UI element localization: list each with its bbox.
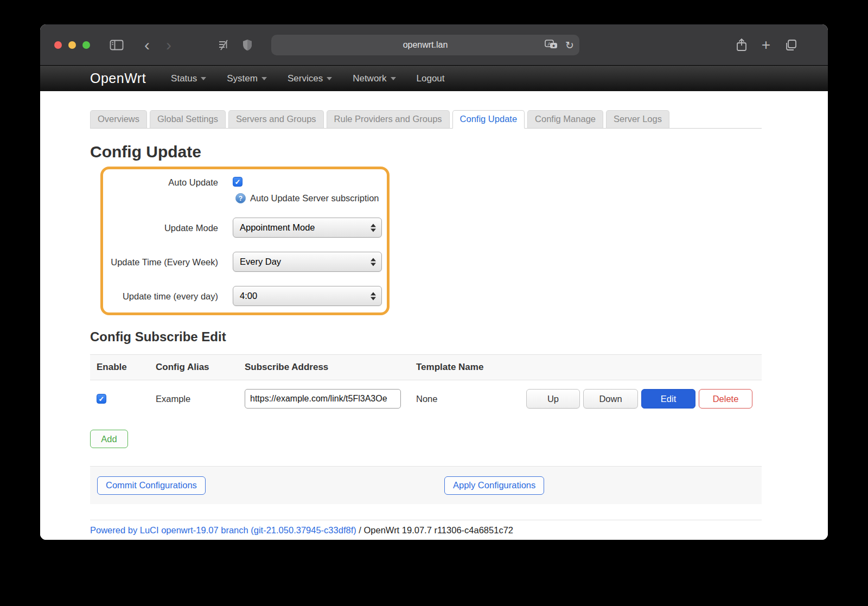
address-bar[interactable]: openwrt.lan A ★ ↻ [271, 35, 579, 55]
help-icon: ? [235, 193, 246, 203]
subscribe-table: Enable Config Alias Subscribe Address Te… [90, 354, 762, 417]
column-header-subscribe-address: Subscribe Address [245, 362, 416, 373]
row-template-name: None [416, 394, 526, 404]
update-time-day-label: Update time (every day) [103, 291, 218, 302]
tabs-icon [784, 39, 797, 52]
reload-button[interactable]: ↻ [565, 39, 574, 52]
commit-configurations-button[interactable]: Commit Configurations [97, 476, 206, 495]
row-config-alias: Example [156, 394, 245, 404]
page-format-button[interactable] [217, 39, 230, 51]
minimize-window-button[interactable] [68, 41, 76, 49]
page-format-icon [217, 39, 230, 51]
table-header-row: Enable Config Alias Subscribe Address Te… [90, 354, 762, 380]
update-time-week-label: Update Time (Every Week) [103, 257, 218, 267]
reload-icon: ↻ [565, 40, 574, 51]
forward-button[interactable]: › [166, 37, 171, 53]
browser-window: ‹ › openwrt.lan [40, 24, 828, 540]
chevron-down-icon [261, 77, 267, 80]
section-title-config-subscribe-edit: Config Subscribe Edit [90, 329, 762, 345]
chevron-right-icon: › [166, 37, 171, 53]
translate-icon: A ★ [545, 40, 559, 50]
footer-version-text: / OpenWrt 19.07.7 r11306-c4a6851c72 [356, 525, 513, 535]
traffic-lights [54, 41, 90, 49]
update-time-week-select[interactable]: Every Day [233, 252, 382, 272]
tab-config-manage[interactable]: Config Manage [527, 110, 603, 129]
nav-item-system[interactable]: System [227, 73, 267, 84]
shield-icon [242, 39, 253, 52]
column-header-config-alias: Config Alias [156, 362, 245, 373]
chevron-left-icon: ‹ [144, 37, 150, 53]
sidebar-icon [110, 39, 124, 51]
page-actions-bar: Commit Configurations Apply Configuratio… [90, 466, 762, 504]
chevron-down-icon [201, 77, 206, 80]
tab-rule-providers-and-groups[interactable]: Rule Providers and Groups [327, 110, 450, 129]
down-button[interactable]: Down [583, 389, 638, 409]
update-mode-select[interactable]: Appointment Mode [233, 218, 382, 238]
new-tab-button[interactable]: + [762, 37, 770, 53]
nav-item-network[interactable]: Network [353, 73, 395, 84]
edit-button[interactable]: Edit [641, 389, 695, 409]
subscribe-address-input[interactable] [245, 389, 401, 409]
tab-bar: Overviews Global Settings Servers and Gr… [90, 91, 762, 129]
browser-chrome: ‹ › openwrt.lan [40, 24, 828, 66]
page-title: Config Update [90, 143, 762, 161]
translate-button[interactable]: A ★ [545, 40, 559, 50]
site-navbar: OpenWrt Status System Services Network L… [40, 66, 828, 91]
tab-overview-button[interactable] [784, 39, 797, 52]
auto-update-help-text: Auto Update Server subscription [250, 193, 379, 203]
nav-item-logout[interactable]: Logout [417, 73, 445, 84]
privacy-report-button[interactable] [242, 39, 253, 52]
tab-global-settings[interactable]: Global Settings [150, 110, 226, 129]
select-arrows-icon [371, 292, 376, 300]
delete-button[interactable]: Delete [699, 389, 752, 409]
chevron-down-icon [327, 77, 332, 80]
apply-configurations-button[interactable]: Apply Configurations [444, 476, 544, 495]
share-button[interactable] [736, 38, 748, 52]
tab-config-update[interactable]: Config Update [452, 110, 525, 129]
check-icon: ✓ [235, 178, 241, 186]
select-arrows-icon [371, 258, 376, 266]
row-enable-checkbox[interactable]: ✓ [97, 394, 106, 404]
svg-text:★: ★ [552, 43, 556, 48]
tab-overviews[interactable]: Overviews [90, 110, 147, 129]
update-mode-label: Update Mode [103, 222, 218, 233]
nav-item-services[interactable]: Services [288, 73, 332, 84]
chevron-down-icon [391, 77, 396, 80]
add-button[interactable]: Add [90, 430, 128, 448]
tab-server-logs[interactable]: Server Logs [606, 110, 669, 129]
close-window-button[interactable] [54, 41, 62, 49]
auto-update-checkbox[interactable]: ✓ [233, 177, 242, 187]
zoom-window-button[interactable] [82, 41, 90, 49]
table-row: ✓ Example None Up Down Edit Delete [90, 380, 762, 417]
up-button[interactable]: Up [526, 389, 580, 409]
tab-servers-and-groups[interactable]: Servers and Groups [228, 110, 324, 129]
column-header-template-name: Template Name [416, 362, 526, 373]
footer-divider [90, 520, 762, 520]
update-time-day-select[interactable]: 4:00 [233, 286, 382, 306]
back-button[interactable]: ‹ [144, 37, 150, 53]
plus-icon: + [762, 36, 770, 53]
annotation-highlight-box: Auto Update ✓ ? Auto Update Server subsc… [100, 167, 390, 315]
sidebar-toggle-button[interactable] [110, 39, 124, 51]
auto-update-label: Auto Update [103, 177, 218, 188]
site-logo[interactable]: OpenWrt [90, 71, 146, 86]
select-arrows-icon [371, 224, 376, 232]
check-icon: ✓ [99, 396, 105, 403]
luci-branch-link[interactable]: Powered by LuCI openwrt-19.07 branch (gi… [90, 525, 356, 535]
nav-item-status[interactable]: Status [171, 73, 206, 84]
page-content: Overviews Global Settings Servers and Gr… [40, 91, 828, 540]
footer-text: Powered by LuCI openwrt-19.07 branch (gi… [90, 525, 762, 535]
share-icon [736, 38, 748, 52]
column-header-enable: Enable [90, 362, 156, 373]
url-text: openwrt.lan [403, 40, 448, 50]
